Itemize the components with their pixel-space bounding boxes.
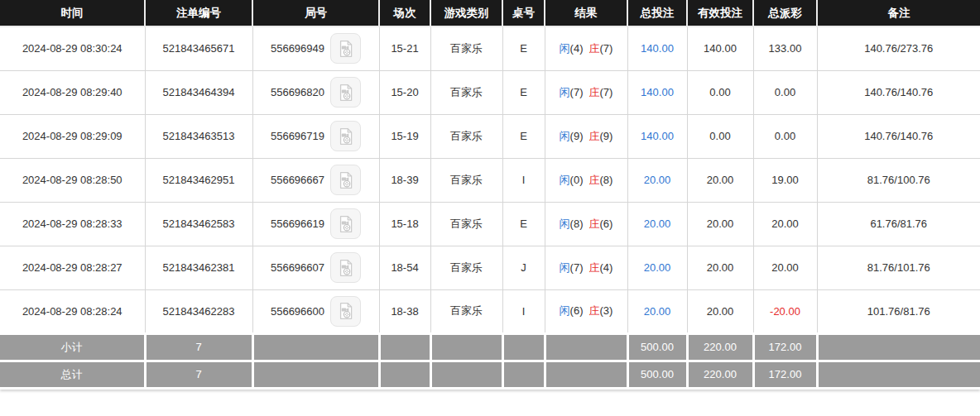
cell-result: 闲(9)庄(9) xyxy=(545,114,627,158)
table-row: 2024-08-29 08:28:33 521843462583 5566966… xyxy=(0,202,980,246)
cell-payout: 20.00 xyxy=(753,246,817,289)
cell-session: 18-54 xyxy=(379,246,430,289)
header-row: 时间 注单编号 局号 场次 游戏类别 桌号 结果 总投注 有效投注 总派彩 备注 xyxy=(0,0,980,26)
cell-table-no: I xyxy=(502,289,545,333)
cell-payout: 0.00 xyxy=(753,70,817,114)
cell-time: 2024-08-29 08:29:40 xyxy=(0,70,145,114)
cell-round-id: 556696607 xyxy=(252,246,379,289)
col-header-time: 时间 xyxy=(0,0,145,26)
cell-table-no: E xyxy=(502,202,545,246)
cell-session: 15-18 xyxy=(379,202,430,246)
table-body: 2024-08-29 08:30:24 521843465671 5566969… xyxy=(0,26,980,333)
video-replay-button[interactable] xyxy=(330,252,361,283)
cell-total-bet: 20.00 xyxy=(627,289,687,333)
cell-valid-bet: 20.00 xyxy=(687,202,753,246)
col-header-remark: 备注 xyxy=(817,0,980,26)
result-banker-label: 庄 xyxy=(589,42,600,55)
table-row: 2024-08-29 08:28:50 521843462951 5566966… xyxy=(0,158,980,202)
cell-time: 2024-08-29 08:30:24 xyxy=(0,26,145,70)
cell-result: 闲(8)庄(6) xyxy=(545,202,627,246)
cell-round-id: 556696949 xyxy=(252,26,379,70)
cell-total-bet: 20.00 xyxy=(627,246,687,289)
cell-session: 15-19 xyxy=(379,114,430,158)
result-banker-label: 庄 xyxy=(589,218,600,230)
cell-remark: 81.76/100.76 xyxy=(817,158,980,202)
round-id-text: 556696949 xyxy=(271,42,324,55)
cell-game-type: 百家乐 xyxy=(430,289,502,333)
cell-round-id: 556696820 xyxy=(252,70,379,114)
col-header-round-id: 局号 xyxy=(252,0,379,26)
cell-round-id: 556696619 xyxy=(252,202,379,246)
total-payout: 172.00 xyxy=(753,361,817,388)
result-player-label: 闲 xyxy=(560,304,570,317)
cell-result: 闲(4)庄(7) xyxy=(545,26,627,70)
cell-payout: 19.00 xyxy=(753,158,817,202)
table-row: 2024-08-29 08:29:09 521843463513 5566967… xyxy=(0,114,980,158)
subtotal-payout: 172.00 xyxy=(753,333,817,361)
total-valid-bet: 220.00 xyxy=(687,361,753,388)
subtotal-empty-table xyxy=(502,333,545,361)
total-label: 总计 xyxy=(0,361,145,388)
video-file-icon xyxy=(337,302,355,320)
video-replay-button[interactable] xyxy=(330,296,361,327)
video-replay-button[interactable] xyxy=(330,121,361,151)
col-header-total-bet: 总投注 xyxy=(627,0,687,26)
video-replay-button[interactable] xyxy=(330,77,361,108)
video-file-icon xyxy=(337,259,355,277)
subtotal-empty-game xyxy=(430,333,502,361)
cell-valid-bet: 0.00 xyxy=(687,70,753,114)
cell-time: 2024-08-29 08:28:33 xyxy=(0,202,145,246)
col-header-bet-id: 注单编号 xyxy=(145,0,252,26)
total-empty-game xyxy=(430,361,502,388)
subtotal-empty-result xyxy=(545,333,627,361)
result-banker-label: 庄 xyxy=(589,130,600,142)
table-row: 2024-08-29 08:28:24 521843462283 5566966… xyxy=(0,289,980,333)
cell-bet-id: 521843463513 xyxy=(145,114,252,158)
cell-result: 闲(7)庄(4) xyxy=(545,246,627,289)
result-banker-score: (3) xyxy=(600,304,613,317)
subtotal-total-bet: 500.00 xyxy=(627,333,687,361)
cell-total-bet: 20.00 xyxy=(627,202,687,246)
cell-payout: 20.00 xyxy=(753,202,817,246)
cell-total-bet: 140.00 xyxy=(627,114,687,158)
result-player-score: (0) xyxy=(570,174,584,186)
cell-remark: 61.76/81.76 xyxy=(817,202,980,246)
table-header: 时间 注单编号 局号 场次 游戏类别 桌号 结果 总投注 有效投注 总派彩 备注 xyxy=(0,0,980,26)
result-banker-score: (8) xyxy=(600,174,613,186)
result-player-label: 闲 xyxy=(560,42,570,55)
cell-total-bet: 140.00 xyxy=(627,26,687,70)
video-replay-button[interactable] xyxy=(330,208,361,239)
cell-game-type: 百家乐 xyxy=(430,246,502,289)
cell-payout: 0.00 xyxy=(753,114,817,158)
video-file-icon xyxy=(337,84,355,102)
cell-bet-id: 521843462381 xyxy=(145,246,252,289)
total-row: 总计 7 500.00 220.00 172.00 xyxy=(0,361,980,388)
col-header-table-no: 桌号 xyxy=(502,0,545,26)
col-header-session: 场次 xyxy=(379,0,430,26)
table-footer: 小计 7 500.00 220.00 172.00 总计 7 500.00 22… xyxy=(0,333,980,388)
cell-remark: 81.76/101.76 xyxy=(817,246,980,289)
cell-table-no: E xyxy=(502,70,545,114)
video-replay-button[interactable] xyxy=(330,165,361,195)
cell-result: 闲(0)庄(8) xyxy=(545,158,627,202)
col-header-payout: 总派彩 xyxy=(753,0,817,26)
cell-total-bet: 20.00 xyxy=(627,158,687,202)
cell-bet-id: 521843462283 xyxy=(145,289,252,333)
video-file-icon xyxy=(337,127,355,146)
video-replay-button[interactable] xyxy=(330,33,361,64)
cell-table-no: J xyxy=(502,246,545,289)
bet-history-table: 时间 注单编号 局号 场次 游戏类别 桌号 结果 总投注 有效投注 总派彩 备注… xyxy=(0,0,980,390)
subtotal-empty-remark xyxy=(817,333,980,361)
result-player-label: 闲 xyxy=(560,261,570,274)
total-empty-remark xyxy=(817,361,980,388)
cell-round-id: 556696667 xyxy=(252,158,379,202)
cell-remark: 101.76/81.76 xyxy=(817,289,980,333)
total-empty-result xyxy=(545,361,627,388)
result-player-score: (4) xyxy=(570,42,584,55)
cell-payout: -20.00 xyxy=(753,289,817,333)
subtotal-row: 小计 7 500.00 220.00 172.00 xyxy=(0,333,980,361)
cell-remark: 140.76/273.76 xyxy=(817,26,980,70)
cell-game-type: 百家乐 xyxy=(430,114,502,158)
cell-time: 2024-08-29 08:28:27 xyxy=(0,246,145,289)
cell-result: 闲(7)庄(7) xyxy=(545,70,627,114)
